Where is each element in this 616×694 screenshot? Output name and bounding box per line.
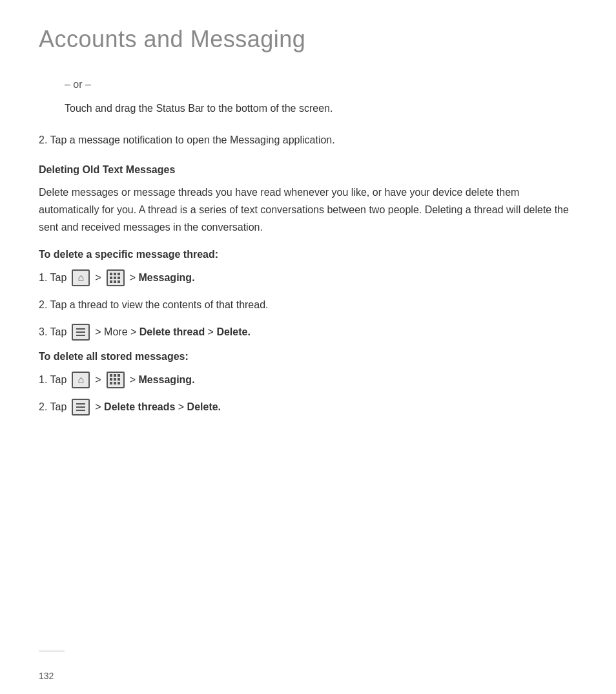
subsection1-step2: 2. Tap a thread to view the contents of … bbox=[39, 297, 577, 313]
subsection2-step1-suffix: > Messaging. bbox=[130, 372, 195, 388]
grid-cell bbox=[114, 277, 116, 279]
section-heading-deleting: Deleting Old Text Messages bbox=[39, 164, 577, 176]
grid-cell bbox=[118, 277, 120, 279]
grid-icon-2 bbox=[107, 372, 125, 388]
subsection2-step1: 1. Tap > > Messaging. bbox=[39, 372, 577, 388]
grid-cell bbox=[110, 382, 112, 384]
page-number: 132 bbox=[39, 671, 54, 681]
page-container: Accounts and Messaging – or – Touch and … bbox=[0, 0, 616, 478]
grid-cell bbox=[118, 273, 120, 275]
subsection2-step1-prefix: 1. Tap bbox=[39, 372, 67, 388]
subsection1-step1-prefix: 1. Tap bbox=[39, 269, 67, 286]
subsection1-step3: 3. Tap > More > Delete thread > Delete. bbox=[39, 324, 577, 341]
paragraph-description: Delete messages or message threads you h… bbox=[39, 184, 577, 237]
or-label: – or – bbox=[65, 79, 577, 90]
grid-cell bbox=[114, 382, 116, 384]
footer-divider bbox=[39, 651, 65, 651]
grid-cell bbox=[118, 382, 120, 384]
grid-inner-2 bbox=[110, 374, 121, 385]
grid-cell bbox=[110, 273, 112, 275]
menu-bar bbox=[76, 406, 85, 408]
grid-cell bbox=[110, 374, 112, 377]
subsection2-step2-prefix: 2. Tap bbox=[39, 399, 67, 415]
subsection2-heading: To delete all stored messages: bbox=[39, 351, 577, 363]
menu-bar bbox=[76, 331, 85, 333]
menu-bar bbox=[76, 403, 85, 405]
home-icon bbox=[72, 269, 90, 286]
grid-cell bbox=[114, 374, 116, 377]
grid-cell bbox=[114, 273, 116, 275]
grid-icon bbox=[107, 269, 125, 286]
step2-open-messaging: 2. Tap a message notification to open th… bbox=[39, 132, 577, 149]
grid-cell bbox=[118, 374, 120, 377]
subsection2-step2-suffix: > Delete threads > Delete. bbox=[95, 399, 221, 415]
subsection1-step1-suffix: > Messaging. bbox=[130, 269, 195, 286]
grid-cell bbox=[110, 378, 112, 381]
subsection1-step1: 1. Tap > > Messaging. bbox=[39, 269, 577, 286]
subsection1-heading: To delete a specific message thread: bbox=[39, 249, 577, 260]
menu-bar bbox=[76, 410, 85, 411]
subsection1-step3-prefix: 3. Tap bbox=[39, 324, 67, 341]
menu-icon-2 bbox=[72, 399, 90, 415]
menu-icon bbox=[72, 324, 90, 341]
subsection1-step2-text: 2. Tap a thread to view the contents of … bbox=[39, 297, 269, 313]
page-title: Accounts and Messaging bbox=[39, 26, 577, 53]
subsection1-step3-suffix: > More > Delete thread > Delete. bbox=[95, 324, 251, 341]
grid-cell bbox=[110, 277, 112, 279]
menu-bar bbox=[76, 335, 85, 336]
grid-cell bbox=[114, 280, 116, 283]
grid-cell bbox=[118, 378, 120, 381]
menu-bar bbox=[76, 328, 85, 330]
home-icon-2 bbox=[72, 372, 90, 388]
grid-cell bbox=[118, 280, 120, 283]
subsection2-step1-gt1: > bbox=[95, 372, 101, 388]
touch-drag-text: Touch and drag the Status Bar to the bot… bbox=[65, 101, 577, 116]
grid-cell bbox=[114, 378, 116, 381]
subsection1-step1-gt1: > bbox=[95, 269, 101, 286]
subsection2-step2: 2. Tap > Delete threads > Delete. bbox=[39, 399, 577, 415]
grid-cell bbox=[110, 280, 112, 283]
grid-inner bbox=[110, 273, 121, 284]
